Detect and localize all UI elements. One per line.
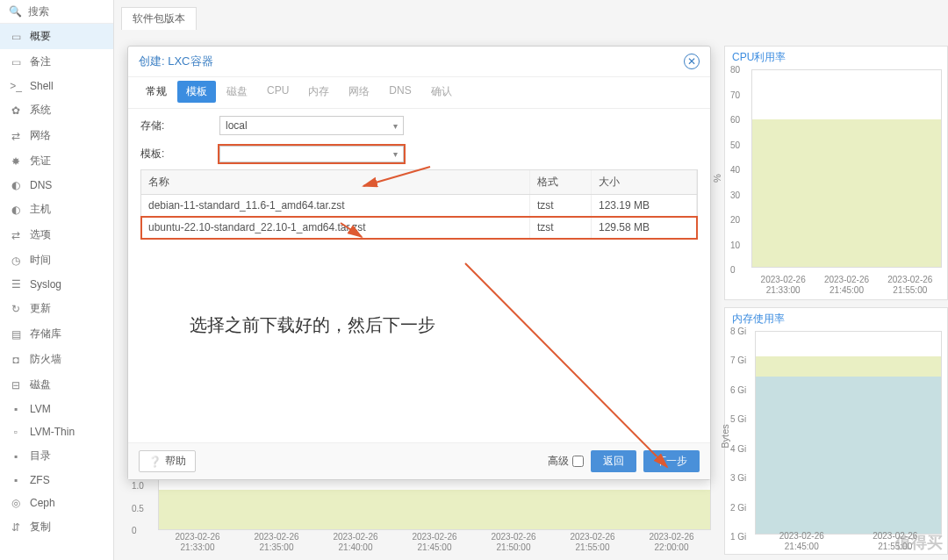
modal-footer: ❔ 帮助 高级 返回 下一步 [128, 442, 710, 479]
col-size[interactable]: 大小 [592, 170, 697, 194]
watermark: 值得买 [895, 532, 943, 553]
advanced-checkbox-input[interactable] [572, 456, 584, 467]
chevron-down-icon: ▾ [393, 121, 398, 131]
modal-tab-0[interactable]: 常规 [137, 81, 176, 103]
storage-row: 存储: local ▾ [128, 109, 710, 139]
table-row[interactable]: ubuntu-22.10-standard_22.10-1_amd64.tar.… [141, 217, 697, 239]
modal-tab-3[interactable]: CPU [258, 81, 298, 103]
storage-label: 存储: [140, 118, 219, 133]
next-button[interactable]: 下一步 [643, 450, 700, 472]
modal-tab-5[interactable]: 网络 [340, 81, 378, 103]
advanced-checkbox[interactable]: 高级 [548, 454, 584, 469]
modal-tabs: 常规模板磁盘CPU内存网络DNS确认 [128, 77, 710, 109]
modal-overlay: 创建: LXC容器 ✕ 常规模板磁盘CPU内存网络DNS确认 存储: local… [0, 0, 948, 560]
help-button[interactable]: ❔ 帮助 [139, 450, 196, 472]
back-button[interactable]: 返回 [591, 450, 636, 472]
col-name[interactable]: 名称 [141, 170, 530, 194]
template-row: 模板: ▾ [128, 139, 710, 166]
close-icon[interactable]: ✕ [684, 54, 700, 69]
modal-tab-1[interactable]: 模板 [177, 81, 216, 103]
col-format[interactable]: 格式 [530, 170, 592, 194]
modal-header: 创建: LXC容器 ✕ [128, 47, 710, 77]
template-combo[interactable]: ▾ [219, 146, 404, 162]
table-row[interactable]: debian-11-standard_11.6-1_amd64.tar.zst … [141, 195, 697, 217]
template-grid: 名称 格式 大小 debian-11-standard_11.6-1_amd64… [140, 169, 698, 240]
modal-tab-4[interactable]: 内存 [299, 81, 338, 103]
modal-tab-2[interactable]: 磁盘 [218, 81, 256, 103]
chevron-down-icon: ▾ [393, 149, 398, 159]
modal-tab-6[interactable]: DNS [380, 81, 420, 103]
help-icon: ❔ [148, 456, 162, 468]
storage-combo[interactable]: local ▾ [219, 116, 404, 135]
storage-value: local [226, 119, 248, 132]
modal-title: 创建: LXC容器 [139, 54, 213, 69]
template-label: 模板: [140, 147, 219, 162]
create-lxc-modal: 创建: LXC容器 ✕ 常规模板磁盘CPU内存网络DNS确认 存储: local… [127, 46, 711, 480]
modal-tab-7[interactable]: 确认 [422, 81, 461, 103]
annotation-text: 选择之前下载好的，然后下一步 [190, 313, 435, 337]
grid-header: 名称 格式 大小 [141, 170, 697, 195]
